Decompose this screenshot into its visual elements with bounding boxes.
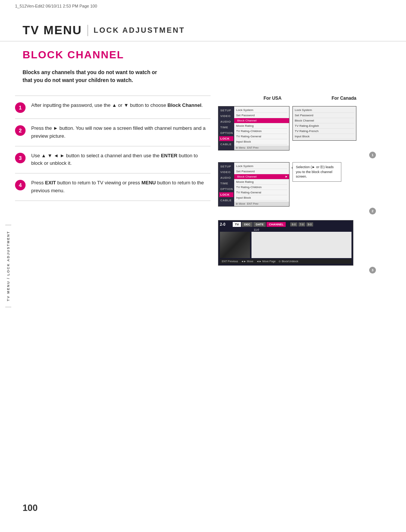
sidebar-video-2: VIDEO [219,170,233,175]
badge-row-3: 3 [218,267,376,274]
sidebar-cable: CABLE [219,142,233,147]
sidebar-option: OPTION [219,131,233,135]
input-block-usa-2: Input Block [236,195,287,201]
channel-range-1: 6-0 [290,222,297,226]
channel-header: 2-0 TV DEC DATE CHANNEL 6-0 7-0 9-0 [220,222,351,227]
step-2: 2 Press the ► button. You will now see a… [15,119,211,146]
content-area: 1 After inputting the password, use the … [0,96,406,274]
channel-current-num: 2-0 [220,222,231,226]
screenshot-block-1: SETUP VIDEO AUDIO TIME OPTION LOCK CABLE… [218,106,376,158]
section-title: BLOCK CHANNEL [0,49,406,61]
page-header: TV MENU LOCK ADJUSTMENT [0,12,406,41]
canada-menu-1: Lock System Set Password Block Channel T… [292,106,356,141]
menu-footer-prev: ENT Prev [247,146,258,149]
sidebar-setup: SETUP [219,108,233,113]
menu-sidebar-usa-1: SETUP VIDEO AUDIO TIME OPTION LOCK CABLE [218,106,234,150]
block-channel-canada: Block Channel [295,118,354,123]
step-3-number: 3 [15,153,26,163]
block-channel-usa-2-selected: Block Channel ► [234,174,289,179]
channel-range-2: 7-0 [298,222,305,226]
screenshot-block-3: 2-0 TV DEC DATE CHANNEL 6-0 7-0 9-0 11-0 [218,218,376,274]
movie-rating-usa-2: Movie Rating [236,179,287,185]
lock-adjustment-label: LOCK ADJUSTMENT [94,26,185,35]
usa-header: For USA [237,96,308,101]
intro-text: Blocks any channels that you do not want… [0,68,188,84]
step-1: 1 After inputting the password, use the … [15,96,211,119]
sidebar-option-2: OPTION [219,187,233,192]
step-2-number: 2 [15,125,26,136]
sidebar-cable-2: CABLE [219,198,233,203]
title-separator [88,25,88,36]
steps-column: 1 After inputting the password, use the … [15,96,211,274]
usa-menu-footer-1: ⊕ Menu ENT Prev [234,146,289,150]
badge-row-2: 2 [218,208,376,214]
badge-row-1: 1 [218,152,376,158]
footer-move-page: ◄► Move Page [256,260,276,263]
lock-system-canada: Lock System [295,108,354,113]
canada-menu-content-1: Lock System Set Password Block Channel T… [293,106,356,140]
channel-preview [220,232,250,258]
set-password-usa-2: Set Password [236,169,287,174]
channel-tabs-row: TV DEC DATE CHANNEL [233,222,286,227]
menu-footer-move-2: ⊕ Move [236,202,245,205]
sidebar-audio: AUDIO [219,119,233,124]
tv-rating-french-canada: TV Rating-French [295,129,354,134]
step-4-number: 4 [15,180,26,190]
sidebar-setup-2: SETUP [219,164,233,169]
tv-rating-children-usa: TV Rating-Children [236,129,287,134]
tab-date: DATE [253,222,266,227]
tab-channel: CHANNEL [267,222,286,227]
lock-system-usa: Lock System [236,108,287,113]
block-channel-label: Block Channel [237,175,257,178]
callout-bubble: Selection (► or ⓔ) leads you to the bloc… [292,162,341,182]
usa-menu-2: SETUP VIDEO AUDIO TIME OPTION LOCK CABLE… [218,162,289,207]
sidebar-lock-2: LOCK [219,192,233,197]
lock-system-usa-2: Lock System [236,164,287,169]
screenshot-badge-1: 1 [369,152,376,158]
channel-screenshot: 2-0 TV DEC DATE CHANNEL 6-0 7-0 9-0 11-0 [218,220,353,266]
screenshot-badge-3: 3 [369,267,376,274]
tab-tv: TV [233,222,241,227]
sidebar-time-2: TIME [219,181,233,186]
screenshot-block-2: SETUP VIDEO AUDIO TIME OPTION LOCK CABLE… [218,162,376,214]
usa-menu-content-1: Lock System Set Password Block Channel M… [234,106,289,146]
sidebar-time: TIME [219,125,233,130]
menu-sidebar-usa-2: SETUP VIDEO AUDIO TIME OPTION LOCK CABLE [218,163,234,206]
tv-rating-general-usa-2: TV Rating-General [236,190,287,195]
page-number: 100 [23,503,38,513]
block-channel-usa-selected: Block Channel [234,118,289,123]
step-3-text: Use ▲ ▼ ◄ ► button to select a channel a… [31,152,211,168]
screenshots-column: For USA For Canada SETUP VIDEO AUDIO TIM… [218,96,376,274]
channel-body [220,232,351,258]
channel-range-3: 9-0 [306,222,313,226]
sidebar-video: VIDEO [219,114,233,119]
channel-footer: ENT Previous ◄► Move ◄► Move Page ⊙ Bloc… [220,259,351,264]
channel-extra-num: 11-0 [254,228,351,231]
tv-rating-general-usa: TV Rating-General [236,134,287,139]
step-4: 4 Press EXIT button to return to TV view… [15,173,211,201]
tv-rating-english-canada: TV Rating-English [295,123,354,129]
usa-menu-1: SETUP VIDEO AUDIO TIME OPTION LOCK CABLE… [218,106,289,150]
input-block-canada: Input Block [295,134,354,139]
canada-header: For Canada [312,96,376,101]
tv-menu-label: TV MENU [23,23,82,37]
column-headers: For USA For Canada [218,96,376,101]
vertical-sidebar: TV MENU / LOCK ADJUSTMENT [5,225,11,307]
step-3: 3 Use ▲ ▼ ◄ ► button to select a channel… [15,146,211,173]
sidebar-lock: LOCK [219,136,233,141]
screenshot-badge-2: 2 [369,208,376,214]
channel-preview-image [220,232,250,258]
channel-list-area [251,232,351,258]
step-1-number: 1 [15,102,26,113]
input-block-usa: Input Block [236,139,287,144]
menu-footer-prev-2: ENT Prev [247,202,258,205]
step-4-text: Press EXIT button to return to TV viewin… [31,179,211,195]
footer-previous: ENT Previous [222,260,238,263]
step-1-text: After inputting the password, use the ▲ … [31,102,211,109]
page-title: TV MENU LOCK ADJUSTMENT [23,23,383,37]
footer-block-unblock: ⊙ Block/Unblock [279,260,298,263]
tab-dec: DEC [242,222,253,227]
usa-menu-content-2: Lock System Set Password Block Channel ►… [234,163,289,202]
set-password-usa: Set Password [236,113,287,118]
header-meta: 1_512Ven-Edit2 06/10/11 2:53 PM Page 100 [0,0,406,12]
